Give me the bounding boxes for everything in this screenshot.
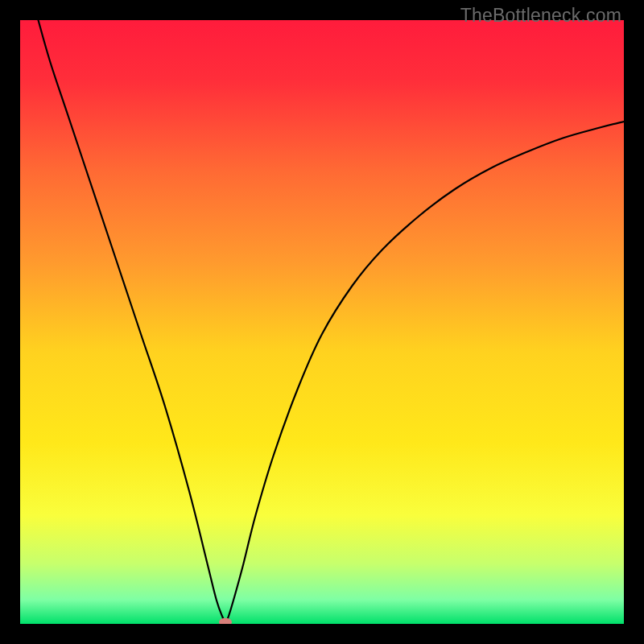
chart-gradient-bg — [20, 20, 624, 624]
chart-frame — [20, 20, 624, 624]
bottleneck-chart — [20, 20, 624, 624]
watermark-label: TheBottleneck.com — [460, 5, 621, 27]
